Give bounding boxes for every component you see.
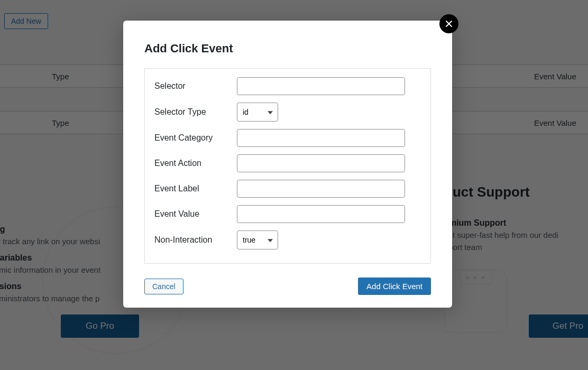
input-event-value[interactable] (237, 205, 405, 223)
row-event-label: Event Label (154, 180, 421, 198)
modal-footer: Cancel Add Click Event (144, 278, 431, 295)
modal-title: Add Click Event (144, 42, 431, 56)
select-non-interaction[interactable]: true (237, 230, 278, 249)
select-selector-type[interactable]: id (237, 103, 278, 122)
close-icon (445, 20, 453, 28)
cancel-button[interactable]: Cancel (144, 279, 183, 294)
row-event-value: Event Value (154, 205, 421, 223)
row-selector-type: Selector Type id (154, 103, 421, 122)
label-event-label: Event Label (154, 184, 237, 193)
submit-button[interactable]: Add Click Event (358, 278, 431, 295)
row-non-interaction: Non-Interaction true (154, 230, 421, 249)
label-non-interaction: Non-Interaction (154, 235, 237, 245)
label-event-category: Event Category (154, 133, 237, 143)
row-event-category: Event Category (154, 129, 421, 147)
input-event-label[interactable] (237, 180, 405, 198)
label-selector-type: Selector Type (154, 107, 237, 117)
add-click-event-modal: Add Click Event Selector Selector Type i… (123, 21, 452, 308)
label-event-action: Event Action (154, 159, 237, 168)
close-button[interactable] (439, 14, 458, 33)
label-selector: Selector (154, 81, 237, 91)
row-event-action: Event Action (154, 154, 421, 172)
input-event-action[interactable] (237, 154, 405, 172)
label-event-value: Event Value (154, 209, 237, 219)
form-box: Selector Selector Type id Event Category… (144, 68, 431, 264)
input-event-category[interactable] (237, 129, 405, 147)
row-selector: Selector (154, 77, 421, 95)
input-selector[interactable] (237, 77, 405, 95)
